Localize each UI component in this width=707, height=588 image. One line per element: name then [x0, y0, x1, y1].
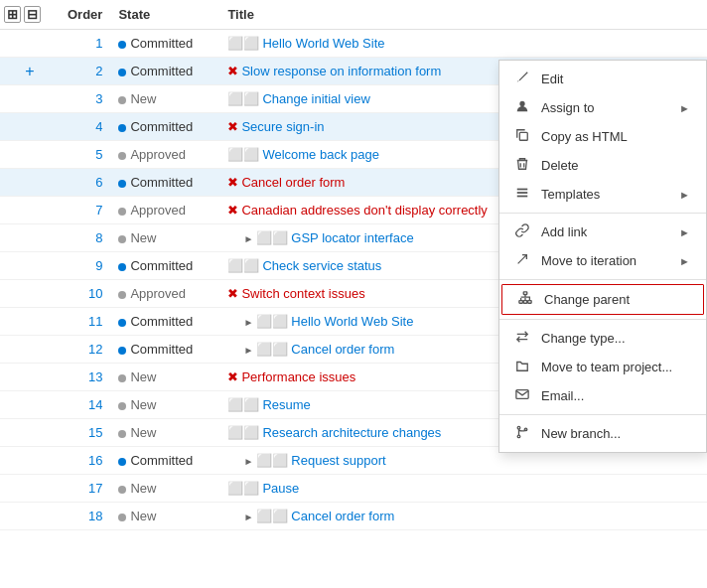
state-dot — [118, 430, 126, 438]
email-icon — [515, 387, 533, 404]
title-text[interactable]: GSP locator interface — [291, 230, 413, 245]
feature-icon: ⬜⬜ — [256, 230, 288, 245]
row-actions-cell[interactable] — [0, 503, 60, 530]
state-dot — [118, 180, 126, 188]
arrow-icon — [515, 252, 533, 269]
context-menu: Edit Assign to ► Copy as HTML Delete Tem… — [498, 60, 707, 453]
row-title-cell: ►⬜⬜Cancel order form — [219, 503, 707, 530]
state-label: Approved — [130, 147, 186, 162]
state-dot — [118, 347, 126, 355]
state-dot — [118, 319, 126, 327]
state-dot — [118, 374, 126, 382]
row-actions-cell[interactable] — [0, 85, 60, 113]
menu-item-add-link[interactable]: Add link ► — [499, 218, 706, 246]
table-row[interactable]: 18New►⬜⬜Cancel order form — [0, 503, 707, 530]
add-child-icon[interactable]: + — [25, 63, 34, 79]
row-actions-cell[interactable] — [0, 419, 60, 447]
bug-icon: ✖ — [227, 119, 238, 134]
bug-icon: ✖ — [227, 369, 238, 384]
title-text[interactable]: Hello World Web Site — [262, 36, 384, 51]
state-label: New — [130, 91, 156, 106]
title-text[interactable]: Pause — [262, 481, 299, 496]
header-title: Title — [219, 0, 707, 30]
row-actions-cell[interactable] — [0, 364, 60, 391]
menu-item-templates[interactable]: Templates ► — [499, 180, 706, 209]
menu-item-label: Change parent — [544, 292, 687, 307]
bug-icon: ✖ — [227, 175, 238, 190]
title-text[interactable]: Resume — [262, 397, 310, 412]
menu-item-label: Copy as HTML — [541, 129, 690, 144]
state-label: Approved — [130, 286, 186, 301]
menu-item-copy-html[interactable]: Copy as HTML — [499, 122, 706, 151]
submenu-arrow: ► — [679, 255, 690, 267]
menu-item-assign-to[interactable]: Assign to ► — [499, 93, 706, 122]
menu-item-email[interactable]: Email... — [499, 381, 706, 410]
row-actions-cell[interactable] — [0, 169, 60, 197]
title-text[interactable]: Research architecture changes — [262, 425, 441, 440]
row-actions-cell[interactable] — [0, 197, 60, 224]
row-state: Committed — [110, 113, 219, 141]
collapse-all-icon[interactable]: ⊟ — [24, 6, 41, 23]
row-actions-cell[interactable] — [0, 224, 60, 252]
menu-item-change-parent[interactable]: Change parent — [501, 284, 704, 315]
title-text[interactable]: Cancel order form — [241, 175, 345, 190]
row-actions-cell[interactable] — [0, 336, 60, 364]
menu-item-label: Delete — [541, 158, 690, 173]
row-actions-cell[interactable] — [0, 308, 60, 336]
header-expand-collapse[interactable]: ⊞ ⊟ — [0, 0, 60, 30]
svg-rect-5 — [523, 292, 527, 295]
row-state: Committed — [110, 252, 219, 280]
row-state: New — [110, 475, 219, 503]
menu-item-new-branch[interactable]: New branch... — [499, 419, 706, 448]
row-order: 9 — [60, 252, 110, 280]
title-text[interactable]: Check service status — [262, 258, 381, 273]
main-container: ⊞ ⊟ Order State Title 1Committed⬜⬜Hello … — [0, 0, 707, 588]
row-actions-cell[interactable] — [0, 280, 60, 308]
row-order: 4 — [60, 113, 110, 141]
row-actions-cell[interactable]: + — [0, 58, 60, 85]
row-title-cell: ⬜⬜Pause — [219, 475, 707, 503]
row-order: 10 — [60, 280, 110, 308]
menu-item-label: Add link — [541, 224, 679, 239]
menu-item-edit[interactable]: Edit — [499, 65, 706, 93]
state-label: New — [130, 425, 156, 440]
row-actions-cell[interactable] — [0, 391, 60, 419]
table-row[interactable]: 17New⬜⬜Pause — [0, 475, 707, 503]
state-label: New — [130, 481, 156, 496]
row-actions-cell[interactable] — [0, 475, 60, 503]
row-actions-cell[interactable] — [0, 30, 60, 58]
row-actions-cell[interactable] — [0, 113, 60, 141]
menu-item-delete[interactable]: Delete — [499, 151, 706, 180]
title-text[interactable]: Welcome back page — [262, 147, 379, 162]
title-text[interactable]: Cancel order form — [291, 342, 394, 357]
bug-icon: ✖ — [227, 203, 238, 218]
row-actions-cell[interactable] — [0, 447, 60, 475]
title-text[interactable]: Request support — [291, 453, 385, 468]
menu-item-move-iteration[interactable]: Move to iteration ► — [499, 246, 706, 275]
title-text[interactable]: Canadian addresses don't display correct… — [241, 203, 487, 218]
row-order: 1 — [60, 30, 110, 58]
row-actions-cell[interactable] — [0, 141, 60, 169]
row-order: 17 — [60, 475, 110, 503]
chevron-right-icon: ► — [243, 233, 253, 244]
title-text[interactable]: Switch context issues — [241, 286, 364, 301]
title-text[interactable]: Change initial view — [262, 91, 369, 106]
title-text[interactable]: Performance issues — [241, 369, 355, 384]
state-label: Committed — [130, 258, 193, 273]
title-text[interactable]: Slow response on information form — [241, 64, 441, 78]
menu-item-move-project[interactable]: Move to team project... — [499, 353, 706, 381]
title-text[interactable]: Cancel order form — [291, 509, 394, 523]
row-actions-cell[interactable] — [0, 252, 60, 280]
row-order: 16 — [60, 447, 110, 475]
row-order: 11 — [60, 308, 110, 336]
menu-item-label: Edit — [541, 72, 690, 86]
row-order: 8 — [60, 224, 110, 252]
title-text[interactable]: Hello World Web Site — [291, 314, 413, 329]
feature-icon: ⬜⬜ — [227, 481, 259, 496]
table-row[interactable]: 1Committed⬜⬜Hello World Web Site — [0, 30, 707, 58]
state-dot — [118, 208, 126, 216]
row-state: New — [110, 85, 219, 113]
menu-item-change-type[interactable]: Change type... — [499, 324, 706, 353]
title-text[interactable]: Secure sign-in — [241, 119, 324, 134]
expand-all-icon[interactable]: ⊞ — [4, 6, 21, 23]
